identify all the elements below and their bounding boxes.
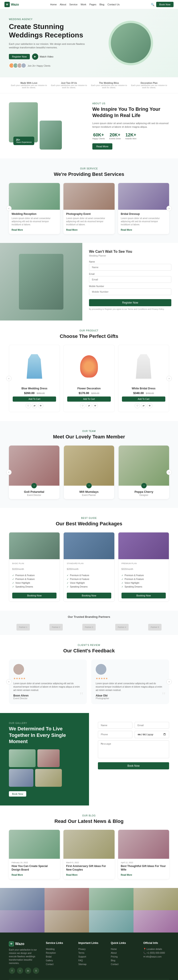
compare-icon-2[interactable]: ⇌ <box>86 403 92 408</box>
team-prev-button[interactable]: ‹ <box>6 469 11 475</box>
footer-link-contact[interactable]: Contact <box>46 963 72 966</box>
blog-body-2: March 5, 2022 First Anniversary Gift Ide… <box>63 859 114 879</box>
nav-pages[interactable]: Pages <box>90 3 96 6</box>
strip-photo-3 <box>89 888 134 910</box>
booking-name-input[interactable] <box>98 722 132 729</box>
footer-quick-blog[interactable]: Blog <box>111 959 137 963</box>
blog-read-more-3[interactable]: Read More <box>121 874 132 876</box>
wishlist-icon-2[interactable]: ♡ <box>80 403 85 408</box>
pricing-price-3: $320/month <box>121 565 166 571</box>
booking-button-1[interactable]: Booking Now <box>12 593 57 598</box>
name-input[interactable] <box>89 264 171 270</box>
service-link-1[interactable]: Read More <box>11 229 23 231</box>
nav-service[interactable]: Service <box>69 3 78 6</box>
facebook-icon[interactable]: f <box>9 967 15 974</box>
view-icon-1[interactable]: 👁 <box>38 403 43 408</box>
booking-message-input[interactable] <box>98 740 169 758</box>
footer-link-privacy[interactable]: Privacy <box>78 947 104 951</box>
blog-body-1: February 19, 2022 How You Can Create Spe… <box>9 859 60 879</box>
service-title-1: Wedding Reception <box>11 212 57 216</box>
team-image-1: → <box>9 445 60 486</box>
blog-card-2: March 5, 2022 First Anniversary Gift Ide… <box>63 830 114 879</box>
blog-read-more-1[interactable]: Read More <box>11 874 23 876</box>
testimonial-name-1: Boon Ahren <box>13 694 82 697</box>
pricing-price-2: $200/month <box>67 565 111 571</box>
add-to-cart-button-2[interactable]: Add To Cart <box>67 396 110 402</box>
footer-quick-contact[interactable]: Contact <box>111 963 137 966</box>
nav-contact[interactable]: Contact Us <box>107 3 120 6</box>
product-card-flower: Flower Decoration $170.00 $200.00 Add To… <box>63 345 114 412</box>
service-link-2[interactable]: Read More <box>66 229 77 231</box>
booking-email-input[interactable] <box>135 722 169 729</box>
footer-link-sitemap[interactable]: Sitemap <box>78 963 104 966</box>
compare-icon-3[interactable]: ⇌ <box>141 403 146 408</box>
nav-blog[interactable]: Blog <box>99 3 104 6</box>
service-link-3[interactable]: Read More <box>121 229 132 231</box>
booking-form: Book Now <box>98 722 169 769</box>
nav-about[interactable]: About <box>60 3 66 6</box>
strip-photo-6 <box>44 910 89 932</box>
booking-phone-input[interactable] <box>98 731 132 738</box>
pricing-section: Best Guide Our Best Wedding Packages Bas… <box>0 508 178 611</box>
wishlist-icon-3[interactable]: ♡ <box>135 403 140 408</box>
email-input[interactable] <box>89 276 171 283</box>
stat-happy-clients: 60K+ Happy Clients <box>92 132 105 140</box>
watch-video-button[interactable]: ▶ Watch Video <box>32 54 54 60</box>
blog-title: Read Our Latest News & Blog <box>9 818 169 825</box>
nav-work[interactable]: Work <box>80 3 86 6</box>
footer-quick-about[interactable]: About <box>111 951 137 955</box>
search-icon[interactable]: 🔍 <box>151 3 154 6</box>
phone-input[interactable] <box>89 288 171 295</box>
register-now-button[interactable]: Register Now <box>9 54 30 59</box>
brand-logo[interactable]: W Wazo <box>5 2 19 7</box>
footer: W Wazo Each your satisfaction is our mis… <box>0 932 178 980</box>
footer-link-bridal[interactable]: Bridal <box>46 955 72 959</box>
products-prev-button[interactable]: ‹ <box>6 376 11 381</box>
product-price-row-2: $170.00 $200.00 <box>67 391 110 395</box>
about-section: 25+ Years Experience About Us We Inspire… <box>0 93 178 159</box>
booking-date-input[interactable] <box>135 731 169 738</box>
booking-button-2[interactable]: Booking Now <box>67 593 111 598</box>
footer-quick-home[interactable]: Home <box>111 947 137 951</box>
blog-read-more-2[interactable]: Read More <box>66 874 77 876</box>
compare-icon-1[interactable]: ⇌ <box>32 403 37 408</box>
wishlist-icon-1[interactable]: ♡ <box>25 403 31 408</box>
contact-submit-button[interactable]: Register Now <box>89 299 171 306</box>
footer-link-reception[interactable]: Reception <box>46 951 72 955</box>
blog-header: Read Our Latest News & Blog <box>9 818 169 825</box>
team-arrow-3[interactable]: → <box>141 483 146 488</box>
footer-link-gallery[interactable]: Gallery <box>46 959 72 963</box>
add-to-cart-button-1[interactable]: Add To Cart <box>13 396 56 402</box>
pricing-image-2 <box>64 533 114 559</box>
products-next-button[interactable]: › <box>167 376 172 381</box>
services-prev-button[interactable]: ‹ <box>6 206 11 211</box>
product-actions-1: ♡ ⇌ 👁 <box>13 403 56 408</box>
team-arrow-2[interactable]: → <box>86 483 92 488</box>
pricing-features-1: Premium & Feature Premium & Feature Voic… <box>12 573 57 589</box>
product-actions-2: ♡ ⇌ 👁 <box>67 403 110 408</box>
add-to-cart-button-3[interactable]: Add To Cart <box>122 396 165 402</box>
product-cards-container: Blue Wedding Dress $260.00 $350.00 Add T… <box>9 345 169 412</box>
footer-link-faq[interactable]: FAQ <box>78 959 104 963</box>
footer-link-terms[interactable]: Terms <box>78 951 104 955</box>
linkedin-icon[interactable]: li <box>33 967 39 974</box>
view-icon-2[interactable]: 👁 <box>93 403 98 408</box>
testimonials-next-button[interactable]: › <box>167 679 172 684</box>
booking-button-3[interactable]: Booking Now <box>121 593 166 598</box>
team-next-button[interactable]: › <box>167 469 172 475</box>
footer-quick-pricing[interactable]: Pricing <box>111 955 137 959</box>
view-icon-3[interactable]: 👁 <box>147 403 153 408</box>
services-next-button[interactable]: › <box>167 206 172 211</box>
twitter-icon[interactable]: t <box>17 967 23 974</box>
booking-submit-button[interactable]: Book Now <box>98 762 169 769</box>
about-read-more-button[interactable]: Read More <box>92 143 112 150</box>
book-now-button[interactable]: Book Now <box>156 2 173 7</box>
instagram-icon[interactable]: in <box>25 967 31 974</box>
footer-link-support[interactable]: Support <box>78 955 104 959</box>
testimonials-prev-button[interactable]: ‹ <box>6 679 11 684</box>
products-carousel: ‹ Blue Wedding Dress $260.00 $350.00 Add… <box>9 345 169 412</box>
nav-home[interactable]: Home <box>50 3 57 6</box>
team-arrow-1[interactable]: → <box>32 483 37 488</box>
book-now-cta-button[interactable]: Book Now <box>9 791 26 797</box>
footer-link-wedding[interactable]: Wedding <box>46 947 72 951</box>
